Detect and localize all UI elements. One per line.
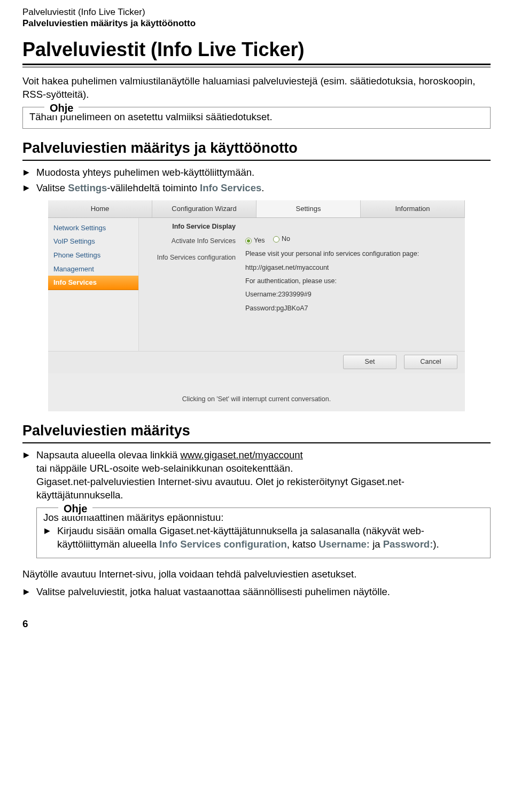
info-service-display-heading: Info Service Display xyxy=(144,222,236,231)
radio-no[interactable]: No xyxy=(273,234,290,244)
info-services-label: Info Services xyxy=(200,182,261,193)
hint-legend: Ohje xyxy=(58,502,92,516)
page-number: 6 xyxy=(22,617,491,631)
tab-settings[interactable]: Settings xyxy=(256,200,361,217)
radio-dot-icon xyxy=(273,236,279,243)
section-rule xyxy=(22,160,491,161)
info-services-config-label: Info Services configuration xyxy=(159,538,287,550)
webui-content: Yes No Please visit your personal info s… xyxy=(243,218,465,351)
setup-steps: Muodosta yhteys puhelimen web-käyttöliit… xyxy=(22,166,491,195)
sidebar-voip-settings[interactable]: VoIP Settings xyxy=(48,235,138,248)
tab-config-wizard[interactable]: Configuration Wizard xyxy=(152,200,256,217)
username-line: Username:2393999#9 xyxy=(245,290,457,300)
tail-steps: Valitse palveluviestit, jotka haluat vas… xyxy=(22,585,491,599)
tab-home[interactable]: Home xyxy=(48,200,152,217)
header-line1: Palveluviestit (Info Live Ticker) xyxy=(22,6,491,18)
sidebar-management[interactable]: Management xyxy=(48,262,138,276)
page-title: Palveluviestit (Info Live Ticker) xyxy=(22,37,491,63)
hint-box-1: Ohje Tähän puhelimeen on asetettu valmii… xyxy=(22,107,491,129)
config-url: http://gigaset.net/myaccount xyxy=(245,263,457,273)
password-label: Password: xyxy=(383,538,433,550)
activate-radios: Yes No xyxy=(245,234,457,246)
hint2-intro: Jos automaattinen määritys epäonnistuu: xyxy=(43,511,484,525)
settings-label: Settings xyxy=(68,182,107,193)
step-connect: Muodosta yhteys puhelimen web-käyttöliit… xyxy=(22,166,491,179)
webui-tabbar: Home Configuration Wizard Settings Infor… xyxy=(48,200,465,218)
hint-box-2: Ohje Jos automaattinen määritys epäonnis… xyxy=(36,508,491,558)
section-heading-config: Palveluviestien määritys xyxy=(22,421,491,440)
section-rule xyxy=(22,442,491,443)
config-label: Info Services configuration xyxy=(144,253,236,262)
step-login: Kirjaudu sisään omalla Gigaset.net-käytt… xyxy=(43,525,484,551)
hint2-steps: Kirjaudu sisään omalla Gigaset.net-käytt… xyxy=(43,525,484,551)
title-rule xyxy=(22,64,491,67)
tab-information[interactable]: Information xyxy=(361,200,465,217)
set-button[interactable]: Set xyxy=(343,355,397,369)
section-heading-setup: Palveluviestien määritys ja käyttöönotto xyxy=(22,138,491,158)
webui-footer-note: Clicking on 'Set' will interrupt current… xyxy=(48,373,465,411)
password-line: Password:pgJBKoA7 xyxy=(245,303,457,314)
activate-label: Activate Info Services xyxy=(144,237,236,246)
hint-text: Tähän puhelimeen on asetettu valmiiksi s… xyxy=(29,111,484,124)
webui-sidebar: Network Settings VoIP Settings Phone Set… xyxy=(48,218,139,351)
myaccount-link[interactable]: www.gigaset.net/myaccount xyxy=(180,449,302,460)
intro-paragraph: Voit hakea puhelimen valmiustilanäytölle… xyxy=(22,75,491,102)
sidebar-phone-settings[interactable]: Phone Settings xyxy=(48,248,138,262)
hint-legend: Ohje xyxy=(44,101,79,115)
sidebar-network-settings[interactable]: Network Settings xyxy=(48,221,138,235)
username-label: Username: xyxy=(318,538,370,550)
sidebar-info-services[interactable]: Info Services xyxy=(48,276,138,290)
step-select-tab: Valitse Settings-välilehdeltä toiminto I… xyxy=(22,182,491,195)
cancel-button[interactable]: Cancel xyxy=(404,355,457,369)
radio-yes[interactable]: Yes xyxy=(245,236,265,246)
step-select-services: Valitse palveluviestit, jotka haluat vas… xyxy=(22,585,491,599)
header-line2: Palveluviestien määritys ja käyttöönotto xyxy=(22,18,491,29)
config-steps: Napsauta alueella olevaa linkkiä www.gig… xyxy=(22,449,491,502)
tail-paragraph: Näytölle avautuu Internet-sivu, jolla vo… xyxy=(22,568,491,581)
auth-text: For authentication, please use: xyxy=(245,276,457,286)
webui-screenshot: Home Configuration Wizard Settings Infor… xyxy=(48,200,465,411)
step-page-opens: Gigaset.net-palveluviestien Internet-siv… xyxy=(36,475,491,502)
radio-dot-icon xyxy=(245,238,252,244)
step-click-link: Napsauta alueella olevaa linkkiä www.gig… xyxy=(22,449,491,502)
running-header: Palveluviestit (Info Live Ticker) Palvel… xyxy=(22,6,491,29)
step-alt-url: tai näppäile URL-osoite web-selainikkuna… xyxy=(36,462,491,475)
webui-labels-column: Info Service Display Activate Info Servi… xyxy=(139,218,243,351)
visit-text: Please visit your personal info services… xyxy=(245,249,457,259)
webui-button-row: Set Cancel xyxy=(48,352,465,373)
